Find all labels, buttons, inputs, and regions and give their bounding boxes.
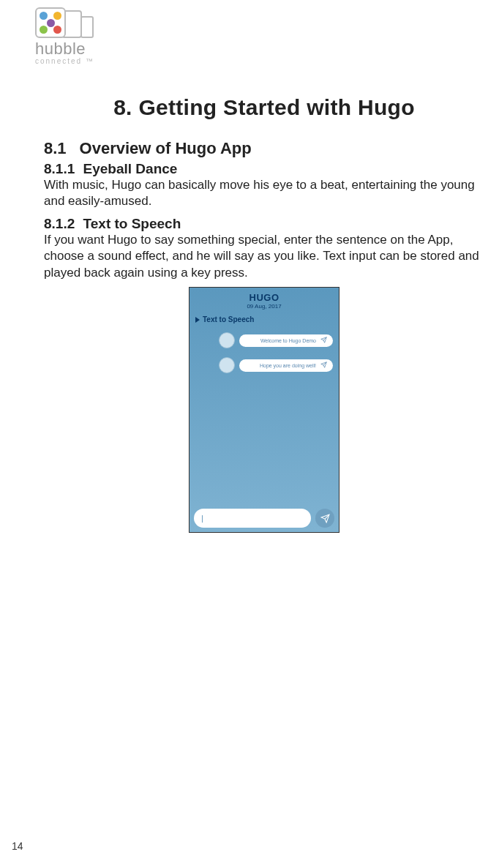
subsection-title-2: Text to Speech xyxy=(83,216,181,231)
play-icon xyxy=(195,317,200,323)
brand-logo-mark xyxy=(35,7,94,38)
logo-phone-icon xyxy=(80,16,94,38)
app-tab[interactable]: Text to Speech xyxy=(195,315,333,323)
app-date: 09 Aug, 2017 xyxy=(190,303,339,310)
chapter-heading: 8. Getting Started with Hugo xyxy=(44,95,484,120)
chat-bubble-text: Welcome to Hugo Demo xyxy=(260,338,316,343)
subsection-number-1: 8.1.1 xyxy=(44,161,75,176)
section-title: Overview of Hugo App xyxy=(80,139,252,157)
input-cursor: | xyxy=(201,514,203,523)
send-icon[interactable] xyxy=(320,337,327,345)
chat-row: Welcome to Hugo Demo xyxy=(195,332,333,348)
send-button[interactable] xyxy=(315,509,334,528)
brand-tagline: connected ™ xyxy=(35,57,94,65)
send-icon[interactable] xyxy=(320,362,327,370)
subsection-body-2: If you want Hugo to say something specia… xyxy=(44,232,484,281)
section-heading: 8.1Overview of Hugo App xyxy=(44,139,484,158)
subsection-number-2: 8.1.2 xyxy=(44,216,75,231)
subsection-title-1: Eyeball Dance xyxy=(83,161,178,176)
app-tab-label: Text to Speech xyxy=(203,315,254,323)
chat-bubble-text: Hope you are doing well! xyxy=(260,363,316,368)
chat-bubble[interactable]: Welcome to Hugo Demo xyxy=(239,334,333,347)
avatar-icon xyxy=(219,357,235,373)
subsection-heading-2: 8.1.2 Text to Speech xyxy=(44,216,484,232)
brand-logo: hubble connected ™ xyxy=(35,7,94,65)
chat-row: Hope you are doing well! xyxy=(195,357,333,373)
logo-device-icon xyxy=(35,7,66,38)
subsection-body-1: With music, Hugo can basically move his … xyxy=(44,177,484,210)
phone-screenshot: HUGO 09 Aug, 2017 Text to Speech Welcome… xyxy=(189,287,339,533)
send-icon xyxy=(320,514,330,523)
chat-bubble[interactable]: Hope you are doing well! xyxy=(239,359,333,372)
message-input[interactable]: | xyxy=(194,509,311,528)
section-number: 8.1 xyxy=(44,139,67,157)
avatar-icon xyxy=(219,332,235,348)
app-title: HUGO xyxy=(190,292,339,303)
brand-name: hubble connected ™ xyxy=(35,40,94,65)
subsection-heading-1: 8.1.1 Eyeball Dance xyxy=(44,161,484,177)
page-number: 14 xyxy=(12,840,23,852)
